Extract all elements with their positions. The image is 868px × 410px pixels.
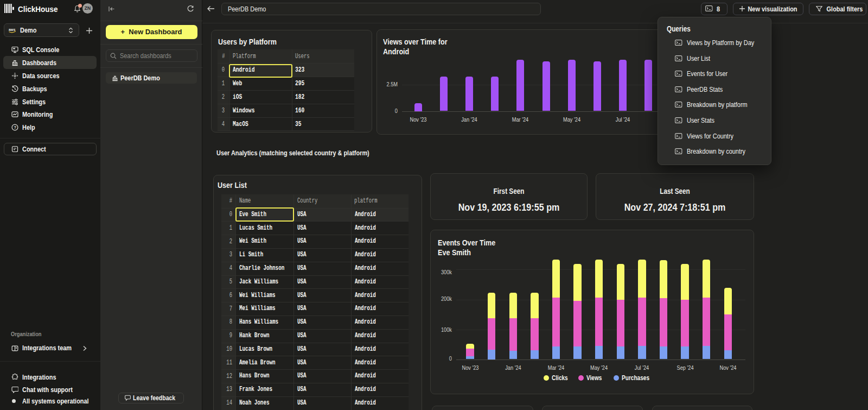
svg-text:?: ? (14, 125, 16, 130)
svg-text:aws: aws (9, 28, 16, 31)
